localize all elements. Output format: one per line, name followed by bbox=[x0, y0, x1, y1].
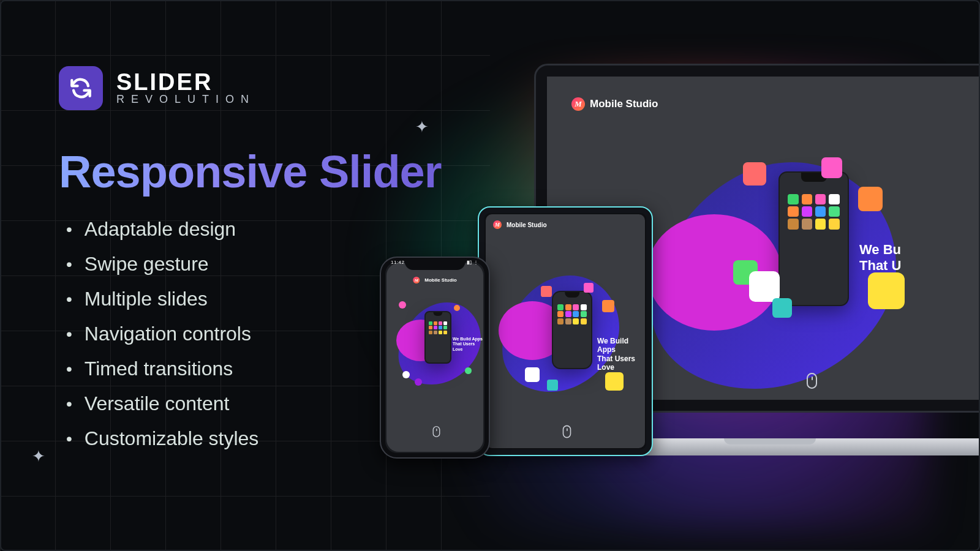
brand-badge bbox=[59, 66, 103, 110]
app-grid bbox=[557, 304, 586, 323]
phone-illustration bbox=[778, 171, 849, 306]
tagline-line1: We Build Apps bbox=[597, 337, 645, 354]
tablet-screen: M Mobile Studio We Build Apps That U bbox=[486, 214, 645, 448]
mouse-scroll-icon bbox=[433, 426, 440, 437]
feature-list: Adaptable design Swipe gesture Multiple … bbox=[66, 218, 258, 462]
tagline-line1: We Bu bbox=[859, 242, 901, 258]
mobile-studio-label: Mobile Studio bbox=[424, 277, 456, 283]
mobile-studio-label: Mobile Studio bbox=[507, 222, 547, 228]
tagline-line1: We Build Apps bbox=[453, 337, 483, 342]
tagline-line2: That Users Love bbox=[453, 342, 483, 352]
status-icons: ▮▯ ⋮ bbox=[467, 260, 479, 265]
phone-illustration bbox=[424, 311, 451, 364]
mouse-scroll-icon bbox=[807, 373, 817, 389]
feature-item: Timed transitions bbox=[66, 358, 258, 380]
promo-slide: ✦ ✦ SLIDER REVOLUTION Responsive Slider … bbox=[0, 0, 980, 551]
feature-item: Customizable styles bbox=[66, 427, 258, 450]
phone-mockup: 11:42 ▮▯ ⋮ M Mobile Studio bbox=[380, 257, 490, 459]
status-time: 11:42 bbox=[391, 260, 405, 265]
refresh-icon bbox=[67, 75, 94, 102]
tagline: We Build Apps That Users Love bbox=[453, 337, 483, 352]
app-grid bbox=[429, 321, 447, 333]
mobile-studio-label: Mobile Studio bbox=[590, 98, 658, 110]
mobile-studio-icon: M bbox=[571, 97, 585, 111]
sparkle-icon: ✦ bbox=[415, 118, 429, 137]
feature-item: Adaptable design bbox=[66, 218, 258, 241]
feature-item: Versatile content bbox=[66, 392, 258, 415]
app-grid bbox=[788, 194, 839, 226]
phone-illustration bbox=[552, 291, 592, 369]
phone-screen: M Mobile Studio We Build Apps That U bbox=[386, 263, 483, 452]
mouse-scroll-icon bbox=[563, 425, 571, 438]
tagline: We Build Apps That Users Love bbox=[597, 337, 645, 372]
mobile-studio-icon: M bbox=[493, 220, 502, 229]
brand-name-top: SLIDER bbox=[116, 73, 255, 91]
mobile-studio-logo: M Mobile Studio bbox=[571, 97, 658, 111]
tablet-mockup: M Mobile Studio We Build Apps That U bbox=[478, 206, 653, 456]
mobile-studio-logo: M Mobile Studio bbox=[493, 220, 547, 229]
tagline-line2: That Users Love bbox=[597, 354, 645, 372]
brand-logo: SLIDER REVOLUTION bbox=[59, 66, 255, 110]
feature-item: Multiple slides bbox=[66, 288, 258, 310]
sparkle-icon: ✦ bbox=[32, 447, 45, 466]
brand-name-bottom: REVOLUTION bbox=[116, 95, 255, 103]
page-heading: Responsive Slider bbox=[59, 146, 442, 198]
brand-text: SLIDER REVOLUTION bbox=[116, 73, 255, 104]
mobile-studio-logo: M Mobile Studio bbox=[413, 277, 456, 283]
tagline: We Bu That U bbox=[859, 242, 901, 274]
feature-item: Swipe gesture bbox=[66, 253, 258, 276]
phone-notch bbox=[405, 258, 466, 270]
mobile-studio-icon: M bbox=[413, 277, 420, 283]
feature-item: Navigation controls bbox=[66, 323, 258, 345]
tagline-line2: That U bbox=[859, 258, 901, 274]
